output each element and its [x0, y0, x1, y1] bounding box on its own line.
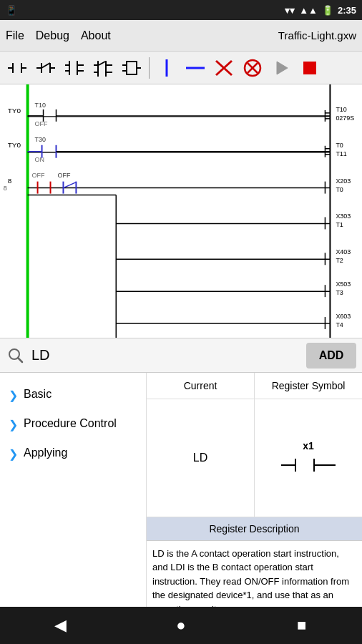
basic-label: Basic	[24, 387, 52, 402]
svg-text:TY0: TY0	[8, 107, 21, 114]
time-display: 2:35	[338, 5, 356, 16]
contact-parallel-nc-icon[interactable]	[90, 55, 116, 81]
svg-text:T3: T3	[336, 289, 343, 296]
search-icon	[6, 346, 26, 366]
menu-bar: File Debug About Traffic-Light.gxw	[0, 20, 362, 52]
applying-label: Applying	[24, 446, 67, 461]
menu-file[interactable]: File	[6, 29, 24, 42]
ladder-diagram: TY0 T10 OFF T10 0279S TY0 T30 ON T0 T11 …	[0, 84, 362, 338]
svg-text:X303: X303	[336, 213, 351, 220]
add-button[interactable]: ADD	[306, 343, 356, 369]
svg-text:T0: T0	[336, 142, 343, 149]
svg-line-117	[18, 358, 22, 362]
menu-about[interactable]: About	[81, 29, 111, 42]
svg-text:T1: T1	[336, 221, 343, 228]
svg-line-75	[63, 182, 76, 188]
phone-icon: 📱	[6, 5, 17, 16]
toolbar-separator-1	[149, 57, 150, 79]
svg-text:X603: X603	[336, 313, 351, 320]
category-applying[interactable]: ❯ Applying	[0, 439, 146, 468]
home-button[interactable]: ●	[163, 611, 199, 640]
register-panel: Current Register Symbol LD x1 Register D…	[147, 373, 362, 622]
status-left: 📱	[6, 5, 17, 16]
signal-icon: ▲▲	[299, 5, 318, 16]
contact-symbol-svg	[280, 454, 337, 476]
search-bar: ADD	[0, 338, 362, 373]
symbol-x1-label: x1	[303, 440, 314, 452]
symbol-cell: x1	[255, 399, 362, 517]
back-button[interactable]: ◀	[42, 611, 78, 640]
svg-text:T4: T4	[336, 321, 343, 328]
svg-text:OFF: OFF	[35, 120, 48, 127]
svg-text:T11: T11	[336, 150, 346, 157]
contact-nc-icon[interactable]	[33, 55, 59, 81]
status-bar: 📱 ▾▾ ▲▲ 🔋 2:35	[0, 0, 362, 20]
categories-list: ❯ Basic ❯ Procedure Control ❯ Applying	[0, 373, 147, 622]
play-icon[interactable]	[268, 55, 294, 81]
svg-rect-38	[303, 62, 316, 74]
svg-marker-37	[277, 62, 288, 74]
battery-icon: 🔋	[322, 5, 333, 16]
symbol-header: Register Symbol	[255, 373, 362, 399]
svg-text:0279S: 0279S	[336, 114, 354, 122]
stop-icon[interactable]	[297, 55, 323, 81]
horizontal-line-icon[interactable]	[182, 55, 208, 81]
svg-rect-26	[127, 62, 137, 74]
recent-button[interactable]: ■	[284, 611, 320, 640]
register-description-header: Register Description	[147, 517, 362, 541]
svg-text:TY0: TY0	[8, 141, 21, 149]
wifi-icon: ▾▾	[285, 5, 295, 16]
register-header: Current Register Symbol	[147, 373, 362, 399]
vertical-line-icon[interactable]	[154, 55, 180, 81]
svg-line-21	[99, 62, 105, 65]
search-input[interactable]	[31, 343, 300, 368]
category-basic[interactable]: ❯ Basic	[0, 380, 146, 409]
svg-line-8	[41, 63, 50, 68]
svg-text:T0: T0	[336, 186, 343, 193]
svg-text:OFF: OFF	[32, 172, 45, 179]
delete-x2-icon[interactable]	[240, 55, 265, 81]
svg-text:OFF: OFF	[57, 172, 70, 179]
file-title: Traffic-Light.gxw	[278, 29, 356, 42]
svg-text:T10: T10	[336, 106, 346, 113]
nav-bar: ◀ ● ■	[0, 607, 362, 644]
svg-text:X203: X203	[336, 177, 351, 185]
svg-text:8: 8	[4, 185, 7, 192]
svg-text:T30: T30	[35, 136, 46, 143]
basic-arrow-icon: ❯	[9, 389, 18, 402]
toolbar	[0, 52, 362, 84]
applying-arrow-icon: ❯	[9, 447, 18, 461]
menu-debug[interactable]: Debug	[36, 29, 69, 42]
function-block-icon[interactable]	[119, 55, 145, 81]
register-row: LD x1	[147, 399, 362, 517]
svg-text:8: 8	[8, 177, 12, 185]
svg-text:T10: T10	[35, 102, 46, 109]
current-header: Current	[147, 373, 255, 399]
svg-text:X503: X503	[336, 280, 351, 288]
contact-parallel-no-icon[interactable]	[62, 55, 87, 81]
category-procedure-control[interactable]: ❯ Procedure Control	[0, 409, 146, 439]
bottom-panel: ❯ Basic ❯ Procedure Control ❯ Applying C…	[0, 373, 362, 622]
current-value-cell: LD	[147, 399, 255, 517]
svg-text:X403: X403	[336, 248, 351, 255]
status-right: ▾▾ ▲▲ 🔋 2:35	[285, 5, 356, 16]
symbol-container: x1	[280, 440, 337, 476]
svg-text:T2: T2	[336, 257, 343, 264]
procedure-control-label: Procedure Control	[24, 416, 117, 431]
contact-no-icon[interactable]	[4, 55, 30, 81]
svg-text:ON: ON	[35, 156, 44, 163]
procedure-control-arrow-icon: ❯	[9, 418, 18, 431]
delete-x1-icon[interactable]	[211, 55, 237, 81]
